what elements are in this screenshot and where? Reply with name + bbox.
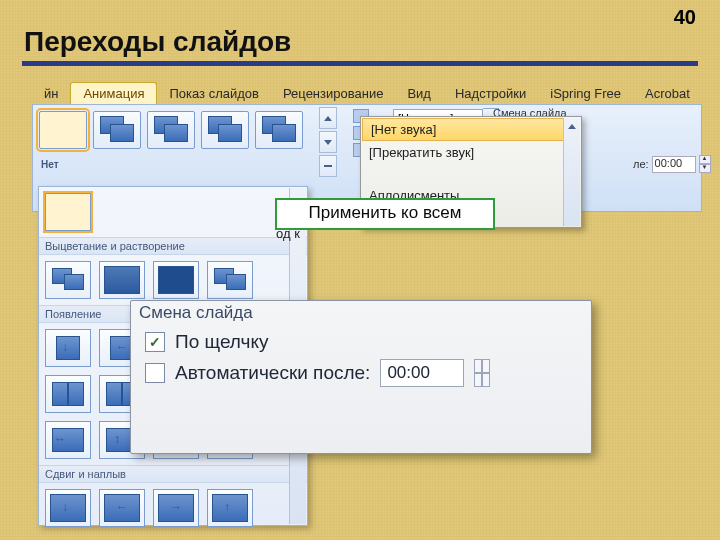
sound-item-none[interactable]: [Нет звука] bbox=[362, 118, 580, 141]
ribbon-tabstrip: йн Анимация Показ слайдов Рецензирование… bbox=[32, 80, 702, 104]
advance-slide-popout: Смена слайда ✓ По щелчку Автоматически п… bbox=[130, 300, 592, 454]
sound-item-stop[interactable]: [Прекратить звук] bbox=[361, 142, 581, 163]
gallery-thumb[interactable] bbox=[45, 375, 91, 413]
gallery-thumb[interactable] bbox=[45, 261, 91, 299]
on-click-label: По щелчку bbox=[175, 331, 268, 353]
page-title: Переходы слайдов bbox=[24, 26, 696, 60]
gallery-thumb[interactable]: ↑ bbox=[207, 489, 253, 527]
gallery-thumb[interactable] bbox=[207, 261, 253, 299]
gallery-group-fade: Выцветание и растворение bbox=[39, 237, 307, 255]
tab-slideshow[interactable]: Показ слайдов bbox=[157, 83, 271, 104]
tab-acrobat[interactable]: Acrobat bbox=[633, 83, 702, 104]
auto-after-field: ле: 00:00 ▲▼ bbox=[633, 155, 711, 173]
gallery-scroll[interactable] bbox=[319, 107, 337, 177]
transition-thumb-2[interactable] bbox=[147, 111, 195, 149]
tab-ispring[interactable]: iSpring Free bbox=[538, 83, 633, 104]
title-underline bbox=[22, 62, 698, 65]
gallery-thumb[interactable] bbox=[153, 261, 199, 299]
gallery-thumb[interactable]: ↓ bbox=[45, 489, 91, 527]
tab-addins[interactable]: Надстройки bbox=[443, 83, 538, 104]
transition-thumb-4[interactable] bbox=[255, 111, 303, 149]
after-label-suffix: ле: bbox=[633, 158, 649, 170]
transition-thumb-none[interactable] bbox=[39, 111, 87, 149]
sound-list-scrollbar[interactable] bbox=[563, 118, 580, 226]
transition-none-label: Нет bbox=[41, 159, 59, 170]
tab-review[interactable]: Рецензирование bbox=[271, 83, 395, 104]
auto-after-time-input[interactable]: 00:00 bbox=[380, 359, 464, 387]
tab-view[interactable]: Вид bbox=[395, 83, 443, 104]
gallery-thumb[interactable]: → bbox=[153, 489, 199, 527]
auto-after-label: Автоматически после: bbox=[175, 362, 370, 384]
gallery-thumb[interactable]: ↓ bbox=[45, 329, 91, 367]
transition-thumb-row bbox=[39, 111, 303, 149]
spinner-down-icon bbox=[481, 373, 483, 387]
transition-thumb-3[interactable] bbox=[201, 111, 249, 149]
gallery-thumb[interactable] bbox=[99, 261, 145, 299]
auto-after-spinner[interactable] bbox=[474, 359, 490, 387]
callout-tail-text: од к bbox=[276, 226, 356, 250]
spinner-up-icon bbox=[481, 359, 483, 373]
gallery-thumb-none[interactable] bbox=[45, 193, 91, 231]
after-time-input[interactable]: 00:00 bbox=[652, 156, 696, 173]
tab-partial[interactable]: йн bbox=[32, 83, 70, 104]
gallery-group-shift: Сдвиг и наплыв bbox=[39, 465, 307, 483]
gallery-thumb[interactable]: ← bbox=[99, 489, 145, 527]
transition-thumb-1[interactable] bbox=[93, 111, 141, 149]
after-time-spinner[interactable]: ▲▼ bbox=[699, 155, 711, 173]
gallery-thumb[interactable]: ↔ bbox=[45, 421, 91, 459]
auto-after-checkbox[interactable] bbox=[145, 363, 165, 383]
on-click-checkbox[interactable]: ✓ bbox=[145, 332, 165, 352]
tab-animation[interactable]: Анимация bbox=[70, 82, 157, 104]
popout-header: Смена слайда bbox=[131, 301, 591, 325]
